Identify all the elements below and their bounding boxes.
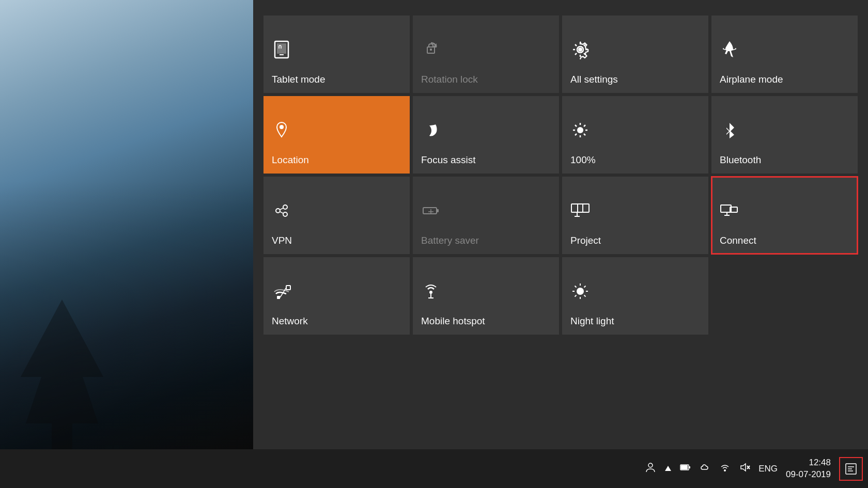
tile-battery-saver[interactable]: Battery saver xyxy=(413,177,559,254)
tablet-mode-icon xyxy=(272,40,291,59)
tile-mobile-hotspot[interactable]: Mobile hotspot xyxy=(413,257,559,335)
wifi-icon xyxy=(719,462,731,476)
svg-line-56 xyxy=(575,286,577,288)
tile-rotation-lock-label: Rotation lock xyxy=(421,74,478,86)
language-indicator[interactable]: ENG xyxy=(758,464,778,474)
bluetooth-icon xyxy=(720,120,739,140)
tile-airplane-mode[interactable]: Airplane mode xyxy=(711,15,858,93)
tiles-grid: Tablet mode Rotation lock xyxy=(264,15,858,335)
svg-point-28 xyxy=(276,209,280,213)
volume-mute-icon[interactable] xyxy=(739,462,750,476)
tile-empty xyxy=(711,257,858,335)
network-icon xyxy=(272,281,291,301)
tile-focus-assist[interactable]: Focus assist xyxy=(413,96,559,174)
svg-point-65 xyxy=(724,469,726,471)
tile-focus-assist-label: Focus assist xyxy=(421,154,476,166)
notification-center-button[interactable] xyxy=(839,457,863,481)
airplane-mode-icon xyxy=(720,40,739,59)
cloud-icon xyxy=(700,462,711,476)
tile-rotation-lock[interactable]: Rotation lock xyxy=(413,15,559,93)
svg-point-48 xyxy=(429,291,432,294)
tile-night-light-label: Night light xyxy=(570,316,614,327)
wallpaper xyxy=(0,0,253,449)
tile-vpn[interactable]: VPN xyxy=(264,177,410,254)
tile-mobile-hotspot-label: Mobile hotspot xyxy=(421,316,485,327)
svg-line-57 xyxy=(584,295,586,297)
svg-rect-46 xyxy=(286,286,290,290)
tile-all-settings-label: All settings xyxy=(570,74,618,86)
project-icon xyxy=(570,201,590,221)
tile-project[interactable]: Project xyxy=(562,177,708,254)
taskbar: ENG 12:48 09-07-2019 xyxy=(0,449,868,488)
tile-connect-label: Connect xyxy=(720,235,756,247)
tile-night-light[interactable]: Night light xyxy=(562,257,708,335)
svg-rect-34 xyxy=(437,209,439,212)
brightness-icon xyxy=(570,120,590,140)
night-light-icon xyxy=(570,281,590,301)
all-settings-icon xyxy=(570,40,590,59)
tile-tablet-mode-label: Tablet mode xyxy=(272,74,326,86)
svg-line-32 xyxy=(280,212,283,213)
svg-line-27 xyxy=(575,134,577,135)
svg-line-59 xyxy=(575,295,577,297)
tile-vpn-label: VPN xyxy=(272,235,292,247)
svg-point-51 xyxy=(577,288,584,295)
svg-line-25 xyxy=(584,134,585,135)
svg-line-31 xyxy=(280,208,283,210)
tile-brightness[interactable]: 100% xyxy=(562,96,708,174)
svg-point-29 xyxy=(283,205,287,209)
svg-rect-6 xyxy=(430,49,432,51)
svg-rect-63 xyxy=(689,466,690,468)
connect-icon xyxy=(720,201,739,221)
svg-marker-0 xyxy=(21,300,103,449)
svg-rect-2 xyxy=(277,43,286,54)
svg-point-30 xyxy=(283,212,287,216)
tile-location-label: Location xyxy=(272,154,309,166)
svg-line-16 xyxy=(584,44,585,46)
people-icon[interactable] xyxy=(645,462,656,476)
svg-line-17 xyxy=(575,53,577,55)
svg-line-26 xyxy=(584,125,585,127)
tile-network-label: Network xyxy=(272,316,308,327)
taskbar-time-value: 12:48 xyxy=(809,457,831,468)
svg-rect-45 xyxy=(277,296,280,299)
focus-assist-icon xyxy=(421,120,441,140)
tile-bluetooth-label: Bluetooth xyxy=(720,154,761,166)
tile-tablet-mode[interactable]: Tablet mode xyxy=(264,15,410,93)
svg-rect-64 xyxy=(681,465,688,469)
mobile-hotspot-icon xyxy=(421,281,441,301)
tile-project-label: Project xyxy=(570,235,601,247)
tile-brightness-label: 100% xyxy=(570,154,596,166)
tile-all-settings[interactable]: All settings xyxy=(562,15,708,93)
taskbar-date-value: 09-07-2019 xyxy=(786,469,831,480)
tile-airplane-mode-label: Airplane mode xyxy=(720,74,783,86)
location-icon xyxy=(272,120,291,140)
tile-location[interactable]: Location xyxy=(264,96,410,174)
tile-bluetooth[interactable]: Bluetooth xyxy=(711,96,858,174)
svg-line-14 xyxy=(575,44,577,46)
tile-battery-saver-label: Battery saver xyxy=(421,235,479,247)
svg-line-24 xyxy=(575,125,577,127)
action-center: Tablet mode Rotation lock xyxy=(253,0,868,449)
svg-marker-61 xyxy=(665,466,671,471)
svg-point-19 xyxy=(577,127,583,133)
svg-rect-33 xyxy=(423,208,437,214)
svg-point-60 xyxy=(648,463,653,467)
battery-saver-icon xyxy=(421,201,441,221)
tile-network[interactable]: Network xyxy=(264,257,410,335)
svg-line-58 xyxy=(584,286,586,288)
battery-taskbar-icon xyxy=(680,462,691,476)
taskbar-datetime[interactable]: 12:48 09-07-2019 xyxy=(786,457,831,480)
taskbar-right: ENG 12:48 09-07-2019 xyxy=(645,457,863,481)
tile-connect[interactable]: Connect xyxy=(711,177,858,254)
rotation-lock-icon xyxy=(421,40,441,59)
svg-point-9 xyxy=(579,48,582,51)
svg-point-18 xyxy=(280,125,284,129)
vpn-icon xyxy=(272,201,291,221)
chevron-up-icon[interactable] xyxy=(664,463,672,475)
